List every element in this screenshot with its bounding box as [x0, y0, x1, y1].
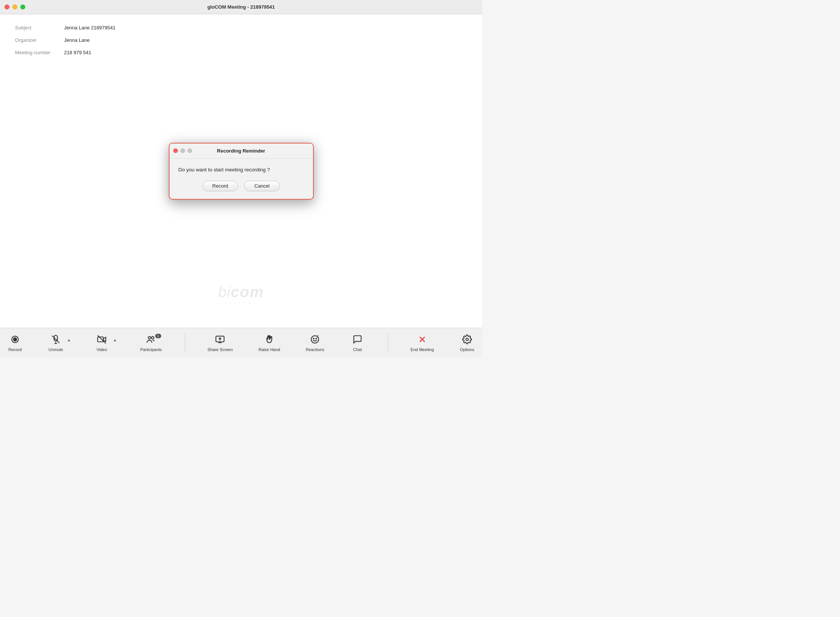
- options-icon: [462, 334, 472, 346]
- end-meeting-icon: [417, 334, 427, 346]
- svg-point-8: [151, 336, 154, 339]
- raise-hand-toolbar-item[interactable]: Raise Hand: [255, 332, 284, 354]
- svg-point-1: [14, 338, 17, 341]
- chat-label: Chat: [353, 347, 362, 352]
- video-group: Video ▲: [90, 332, 118, 354]
- reactions-label: Reactions: [306, 347, 324, 352]
- svg-point-7: [148, 336, 151, 339]
- maximize-button[interactable]: [20, 5, 25, 9]
- toolbar-separator-1: [185, 334, 185, 353]
- participants-group: 1 Participants: [136, 332, 165, 354]
- share-screen-label: Share Screen: [208, 347, 233, 352]
- reactions-icon: [310, 334, 320, 346]
- dialog-controls: [173, 148, 192, 153]
- title-bar: gloCOM Meeting - 218979541: [0, 0, 482, 14]
- chat-icon: [353, 334, 362, 346]
- options-toolbar-item[interactable]: Options: [456, 332, 478, 354]
- dialog-actions: Record Cancel: [179, 181, 304, 191]
- video-icon: [97, 334, 107, 346]
- dialog-message: Do you want to start meeting recording ?: [179, 167, 304, 173]
- window-title: gloCOM Meeting - 218979541: [207, 4, 275, 10]
- modal-overlay: Recording Reminder Do you want to start …: [0, 14, 482, 328]
- share-screen-icon: [215, 334, 225, 346]
- recording-reminder-dialog: Recording Reminder Do you want to start …: [169, 143, 314, 200]
- participants-label: Participants: [140, 347, 162, 352]
- record-group: Record: [4, 332, 26, 354]
- dialog-maximize-button[interactable]: [188, 148, 192, 153]
- unmute-group: Unmute ▲: [44, 332, 72, 354]
- record-toolbar-item[interactable]: Record: [4, 332, 26, 354]
- participants-icon: [146, 334, 156, 346]
- share-screen-toolbar-item[interactable]: Share Screen: [204, 332, 237, 354]
- end-meeting-label: End Meeting: [411, 347, 434, 352]
- record-icon: [10, 334, 20, 346]
- toolbar-separator-2: [388, 334, 388, 353]
- dialog-minimize-button[interactable]: [180, 148, 185, 153]
- unmute-toolbar-item[interactable]: Unmute: [44, 332, 67, 354]
- participants-badge: 1: [155, 334, 161, 338]
- svg-point-13: [312, 336, 319, 343]
- reactions-toolbar-item[interactable]: Reactions: [302, 332, 328, 354]
- toolbar: Record Unmute ▲: [0, 328, 482, 358]
- unmute-icon: [51, 334, 61, 346]
- svg-point-14: [313, 338, 314, 339]
- participants-toolbar-item[interactable]: 1 Participants: [136, 332, 165, 354]
- close-button[interactable]: [5, 5, 9, 9]
- minimize-button[interactable]: [12, 5, 17, 9]
- raise-hand-label: Raise Hand: [258, 347, 280, 352]
- svg-point-15: [316, 338, 316, 339]
- svg-line-4: [52, 336, 60, 343]
- dialog-title: Recording Reminder: [217, 148, 265, 154]
- end-meeting-toolbar-item[interactable]: End Meeting: [407, 332, 438, 354]
- record-label: Record: [8, 347, 21, 352]
- raise-hand-icon: [264, 334, 274, 346]
- video-label: Video: [96, 347, 107, 352]
- svg-point-18: [466, 338, 469, 341]
- unmute-label: Unmute: [49, 347, 63, 352]
- cancel-button[interactable]: Cancel: [244, 181, 280, 191]
- main-content: Subject Jenna Lane 218979541 Organizer J…: [0, 14, 482, 328]
- record-button[interactable]: Record: [202, 181, 238, 191]
- video-toolbar-item[interactable]: Video: [90, 332, 113, 354]
- dialog-close-button[interactable]: [173, 148, 178, 153]
- window-controls: [5, 5, 25, 9]
- dialog-body: Do you want to start meeting recording ?…: [170, 159, 313, 199]
- chat-toolbar-item[interactable]: Chat: [346, 332, 369, 354]
- dialog-titlebar: Recording Reminder: [170, 144, 313, 159]
- options-label: Options: [460, 347, 474, 352]
